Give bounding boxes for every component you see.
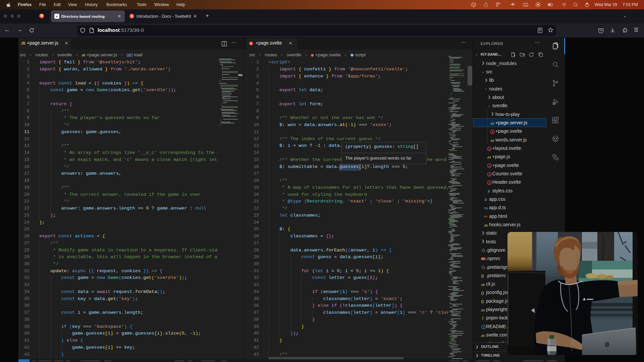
svg-text:s: s — [492, 130, 493, 133]
svg-text:S: S — [130, 14, 133, 18]
svg-text:s: s — [489, 164, 490, 167]
svg-text:s: s — [489, 181, 490, 184]
svg-text:s: s — [489, 147, 490, 150]
svg-text:s: s — [489, 173, 490, 176]
svg-text:S: S — [250, 42, 252, 45]
svg-text:i: i — [483, 325, 484, 329]
